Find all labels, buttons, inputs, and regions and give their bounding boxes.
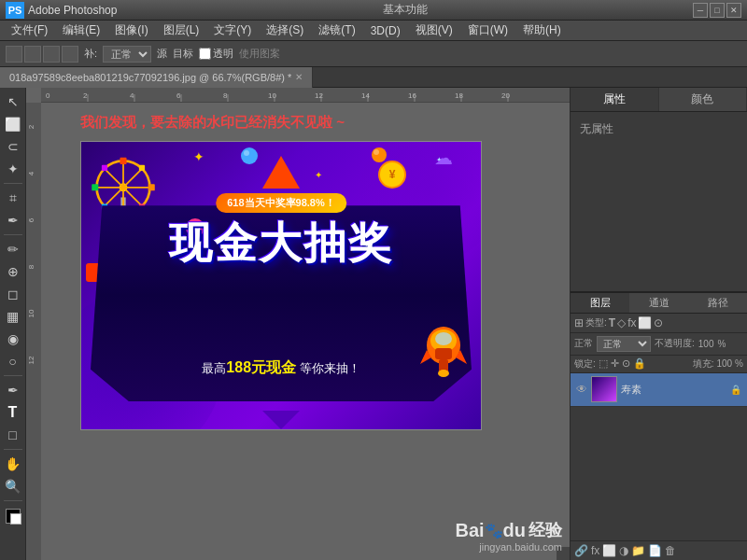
menu-select[interactable]: 选择(S) xyxy=(259,21,311,40)
svg-text:4: 4 xyxy=(27,171,35,175)
lock-all-icon[interactable]: 🔒 xyxy=(633,357,646,370)
svg-rect-22 xyxy=(26,103,41,560)
svg-text:8: 8 xyxy=(223,91,228,100)
layer-name: 寿素 xyxy=(621,383,726,397)
minimize-button[interactable]: ─ xyxy=(693,3,708,18)
tab-color[interactable]: 颜色 xyxy=(659,88,748,111)
canvas-instruction: 我们发现，要去除的水印已经消失不见啦 ~ xyxy=(80,114,345,132)
source-label: 源 xyxy=(157,47,167,61)
fill-value: 100 xyxy=(716,358,732,369)
zoom-tool[interactable]: 🔍 xyxy=(3,476,23,497)
document-tab[interactable]: 018a97589c8eeba801219c77092196.jpg @ 66.… xyxy=(0,67,313,88)
new-group-button[interactable]: 📁 xyxy=(631,544,645,557)
add-style-button[interactable]: fx xyxy=(591,544,599,557)
lock-artboard-icon[interactable]: ⊙ xyxy=(622,357,630,370)
tab-channels[interactable]: 通道 xyxy=(629,293,688,313)
menu-layer[interactable]: 图层(L) xyxy=(156,21,207,40)
tool-separator-5 xyxy=(4,500,22,501)
opacity-label: 不透明度: xyxy=(655,337,695,350)
move-tool[interactable]: ↖ xyxy=(3,91,23,112)
bu-label: 补: xyxy=(84,47,97,61)
titlebar-title: Adobe Photoshop xyxy=(28,4,117,17)
eraser-tool[interactable]: ◻ xyxy=(3,284,23,304)
menu-view[interactable]: 视图(V) xyxy=(408,21,460,40)
tab-layers[interactable]: 图层 xyxy=(571,293,629,313)
crop-tool[interactable]: ⌗ xyxy=(3,188,23,208)
layer-thumbnail xyxy=(591,376,617,402)
gradient-tool[interactable]: ▦ xyxy=(3,306,23,327)
lock-checkerboard-icon[interactable]: ⬚ xyxy=(599,357,608,370)
layer-item-main[interactable]: 👁 寿素 🔒 xyxy=(571,373,747,407)
select-tool[interactable]: ⬜ xyxy=(3,114,23,134)
svg-point-61 xyxy=(374,149,379,155)
new-layer-button[interactable]: 📄 xyxy=(648,544,662,557)
svg-point-48 xyxy=(435,332,452,345)
lasso-tool[interactable]: ⊂ xyxy=(3,136,23,157)
transparent-check[interactable]: 透明 xyxy=(199,47,233,61)
ps-icon: PS xyxy=(6,2,24,19)
magic-wand-tool[interactable]: ✦ xyxy=(3,159,23,179)
stamp-tool[interactable]: ⊕ xyxy=(3,261,23,282)
adjustment-kind-icon[interactable]: ◇ xyxy=(617,316,626,329)
adjustment-layer-button[interactable]: ◑ xyxy=(619,544,628,557)
text-kind-icon[interactable]: T xyxy=(609,316,615,329)
link-layers-button[interactable]: 🔗 xyxy=(574,544,588,557)
hand-tool[interactable]: ✋ xyxy=(3,454,23,474)
titlebar: PS Adobe Photoshop 基本功能 ─ □ ✕ xyxy=(0,0,747,21)
brush-tool[interactable]: ✏ xyxy=(3,239,23,259)
add-mask-button[interactable]: ⬜ xyxy=(602,544,616,557)
layers-options: 正常 正常 不透明度: 100 % xyxy=(571,333,747,356)
canvas-area[interactable]: 0 2 4 6 8 10 12 14 16 18 20 xyxy=(26,88,570,560)
menu-edit[interactable]: 编辑(E) xyxy=(55,21,107,40)
blend-mode-label: 正常 xyxy=(574,337,593,350)
layer-thumb-inner xyxy=(592,377,616,401)
blur-tool[interactable]: ◉ xyxy=(3,329,23,349)
baidu-jingyan: 经验 xyxy=(529,519,562,541)
pen-tool[interactable]: ✒ xyxy=(3,380,23,400)
tab-attributes[interactable]: 属性 xyxy=(571,88,659,111)
deco-triangle xyxy=(262,156,300,189)
svg-rect-41 xyxy=(102,165,107,171)
filter-type-icon[interactable]: ⊞ xyxy=(574,316,584,329)
menu-window[interactable]: 窗口(W) xyxy=(460,21,515,40)
dodge-tool[interactable]: ○ xyxy=(3,351,23,371)
layers-action-row: 🔗 fx ⬜ ◑ 📁 📄 🗑 xyxy=(571,540,747,560)
maximize-button[interactable]: □ xyxy=(710,3,725,18)
tab-close-button[interactable]: ✕ xyxy=(295,72,303,82)
layer-lock-icon: 🔒 xyxy=(730,385,741,395)
blend-mode-select[interactable]: 正常 xyxy=(597,336,651,352)
menu-image[interactable]: 图像(I) xyxy=(107,21,155,40)
effect-kind-icon[interactable]: fx xyxy=(627,316,636,329)
svg-point-60 xyxy=(372,147,387,162)
eyedropper-tool[interactable]: ✒ xyxy=(3,210,23,231)
smart-kind-icon[interactable]: ⊙ xyxy=(654,316,663,329)
text-tool[interactable]: T xyxy=(3,402,23,423)
svg-text:10: 10 xyxy=(268,91,276,100)
menu-text[interactable]: 文字(Y) xyxy=(206,21,259,40)
menu-help[interactable]: 帮助(H) xyxy=(515,21,569,40)
titlebar-mode[interactable]: 基本功能 xyxy=(383,2,428,18)
toolbar-left: ↖ ⬜ ⊂ ✦ ⌗ ✒ ✏ ⊕ ◻ ▦ ◉ ○ ✒ T □ ✋ 🔍 xyxy=(0,88,26,560)
target-label: 目标 xyxy=(173,47,193,61)
menu-3d[interactable]: 3D(D) xyxy=(363,22,408,39)
sub-suffix: 等你来抽！ xyxy=(296,361,360,375)
sub-prefix: 最高 xyxy=(202,361,226,375)
cloud-top-right: ☁ xyxy=(434,147,453,169)
shape-tool[interactable]: □ xyxy=(3,425,23,445)
mode-select[interactable]: 正常 xyxy=(103,46,151,63)
mask-kind-icon[interactable]: ⬜ xyxy=(638,316,652,329)
close-button[interactable]: ✕ xyxy=(726,3,741,18)
svg-text:4: 4 xyxy=(130,91,134,100)
menu-file[interactable]: 文件(F) xyxy=(4,21,55,40)
svg-point-52 xyxy=(438,370,449,377)
baidu-paw-icon: 🐾 xyxy=(485,522,503,539)
kind-label: 类型: xyxy=(585,316,607,329)
layer-eye-icon[interactable]: 👁 xyxy=(576,383,587,396)
image-frame[interactable]: ✦ ✦ ✦ ⊹ ✦ ☁ xyxy=(80,141,482,430)
speech-bubble-notch xyxy=(262,411,300,429)
delete-layer-button[interactable]: 🗑 xyxy=(665,544,676,557)
lock-move-icon[interactable]: ✛ xyxy=(611,357,619,370)
ruler-left-svg: 2 4 6 8 10 12 xyxy=(26,103,41,560)
menu-filter[interactable]: 滤镜(T) xyxy=(311,21,362,40)
tab-paths[interactable]: 路径 xyxy=(688,293,747,313)
